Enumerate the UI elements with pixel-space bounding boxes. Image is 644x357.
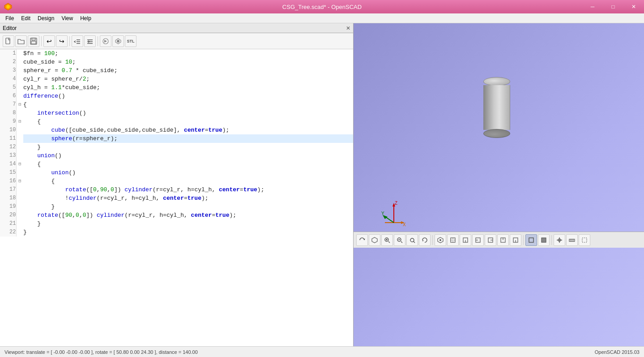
fold-indicator-22 (16, 228, 23, 237)
redo-button[interactable]: ↪ (56, 35, 68, 47)
code-content-17[interactable]: rotate([0,90,0]) cylinder(r=cyl_r, h=cyl… (23, 185, 353, 194)
svg-rect-56 (529, 238, 533, 242)
vp-wireframe-button[interactable] (525, 234, 537, 246)
editor-close-button[interactable]: ✕ (346, 25, 350, 31)
open-file-button[interactable] (15, 35, 27, 47)
code-line-21: 21 } (0, 219, 353, 228)
menu-file[interactable]: File (2, 14, 17, 22)
vp-back-view-button[interactable] (510, 234, 521, 246)
line-number-12: 12 (0, 143, 16, 151)
code-line-3: 3sphere_r = 0.7 * cube_side; (0, 66, 353, 75)
menubar: File Edit Design View Help (0, 13, 644, 23)
vp-left-view-button[interactable] (472, 234, 484, 246)
menu-edit[interactable]: Edit (17, 14, 34, 22)
export-stl-button[interactable]: STL (125, 35, 136, 47)
line-number-1: 1 (0, 49, 16, 58)
code-content-3[interactable]: sphere_r = 0.7 * cube_side; (23, 66, 353, 75)
close-button[interactable]: ✕ (623, 0, 644, 13)
svg-text:X: X (403, 222, 406, 227)
code-line-7: 7⊟{ (0, 100, 353, 109)
code-line-12: 12 } (0, 143, 353, 151)
svg-rect-65 (582, 238, 587, 242)
vp-bottom-view-button[interactable] (460, 234, 471, 246)
viewport-canvas[interactable]: Z X Y (354, 23, 644, 232)
line-number-22: 22 (0, 228, 16, 237)
vp-perspective-button[interactable] (435, 234, 446, 246)
fold-indicator-16[interactable]: ⊟ (16, 177, 23, 185)
fold-indicator-12 (16, 143, 23, 151)
main-area: Editor ✕ ↩ ↪ (0, 23, 644, 346)
code-line-14: 14⊟ { (0, 160, 353, 168)
code-line-6: 6difference() (0, 92, 353, 100)
indent-less-button[interactable] (72, 35, 83, 47)
code-area[interactable]: 1$fn = 100;2cube_side = 10;3sphere_r = 0… (0, 49, 353, 346)
preview-button[interactable] (100, 35, 111, 47)
line-number-18: 18 (0, 194, 16, 202)
code-content-11[interactable]: sphere(r=sphere_r); (23, 134, 353, 143)
code-content-5[interactable]: cyl_h = 1.1*cube_side; (23, 83, 353, 92)
new-file-button[interactable] (3, 35, 14, 47)
toolbar-separator-1 (41, 36, 42, 46)
vp-reset-view-button[interactable] (419, 234, 431, 246)
indent-more-button[interactable] (84, 35, 96, 47)
svg-rect-2 (6, 38, 10, 44)
fold-indicator-9[interactable]: ⊟ (16, 117, 23, 126)
fold-indicator-14[interactable]: ⊟ (16, 160, 23, 168)
code-content-14[interactable]: { (23, 160, 353, 168)
code-content-7[interactable]: { (23, 100, 353, 109)
code-content-20[interactable]: rotate([90,0,0]) cylinder(r=cyl_r, h=cyl… (23, 211, 353, 219)
menu-design[interactable]: Design (34, 14, 58, 22)
fold-indicator-10 (16, 126, 23, 134)
code-content-22[interactable]: } (23, 228, 353, 237)
code-content-10[interactable]: cube([cube_side,cube_side,cube_side], ce… (23, 126, 353, 134)
code-content-16[interactable]: { (23, 177, 353, 185)
code-content-1[interactable]: $fn = 100; (23, 49, 353, 58)
svg-text:Z: Z (395, 201, 397, 206)
code-content-9[interactable]: { (23, 117, 353, 126)
render-button[interactable] (112, 35, 124, 47)
menu-help[interactable]: Help (77, 14, 95, 22)
code-content-13[interactable]: union() (23, 151, 353, 160)
fold-indicator-6 (16, 92, 23, 100)
titlebar: CSG_Tree.scad* - OpenSCAD ─ □ ✕ (0, 0, 644, 13)
code-content-12[interactable]: } (23, 143, 353, 151)
viewport-toolbar (354, 232, 644, 248)
code-content-21[interactable]: } (23, 219, 353, 228)
vp-rotate-button[interactable] (356, 234, 368, 246)
code-content-8[interactable]: intersection() (23, 109, 353, 117)
vp-front-view-button[interactable] (497, 234, 509, 246)
vp-bbox-button[interactable] (579, 234, 590, 246)
vp-crosshair-button[interactable] (554, 234, 565, 246)
vp-ruler-button[interactable] (566, 234, 578, 246)
undo-button[interactable]: ↩ (43, 35, 55, 47)
code-content-19[interactable]: } (23, 202, 353, 211)
code-content-2[interactable]: cube_side = 10; (23, 58, 353, 66)
line-number-7: 7 (0, 100, 16, 109)
code-content-6[interactable]: difference() (23, 92, 353, 100)
vp-shaded-button[interactable] (538, 234, 550, 246)
vp-render-3d-button[interactable] (369, 234, 380, 246)
fold-indicator-11 (16, 134, 23, 143)
code-line-22: 22} (0, 228, 353, 237)
maximize-button[interactable]: □ (603, 0, 623, 13)
vp-zoom-in-button[interactable] (381, 234, 393, 246)
code-content-18[interactable]: !cylinder(r=cyl_r, h=cyl_h, center=true)… (23, 194, 353, 202)
menu-view[interactable]: View (58, 14, 77, 22)
cylinder-body (483, 85, 510, 130)
code-line-17: 17 rotate([0,90,0]) cylinder(r=cyl_r, h=… (0, 185, 353, 194)
statusbar-right: OpenSCAD 2015.03 (595, 349, 640, 355)
fold-indicator-21 (16, 219, 23, 228)
code-line-19: 19 } (0, 202, 353, 211)
code-content-4[interactable]: cyl_r = sphere_r/2; (23, 75, 353, 83)
minimize-button[interactable]: ─ (582, 0, 603, 13)
fold-indicator-7[interactable]: ⊟ (16, 100, 23, 109)
vp-zoom-fit-button[interactable] (406, 234, 418, 246)
svg-marker-30 (372, 237, 377, 243)
code-content-15[interactable]: union() (23, 168, 353, 177)
vp-top-view-button[interactable] (447, 234, 459, 246)
code-line-11: 11 sphere(r=sphere_r); (0, 134, 353, 143)
save-file-button[interactable] (28, 35, 39, 47)
vp-zoom-out-button[interactable] (394, 234, 405, 246)
fold-indicator-19 (16, 202, 23, 211)
vp-right-view-button[interactable] (485, 234, 496, 246)
